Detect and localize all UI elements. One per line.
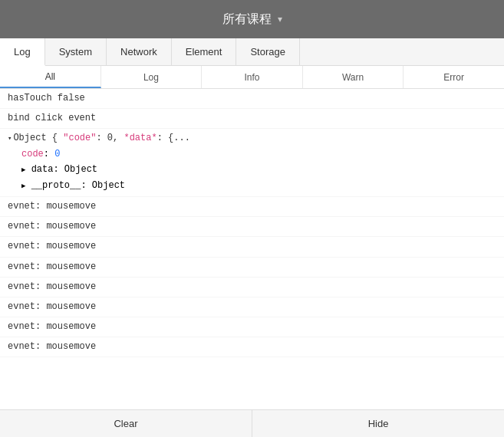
bottom-bar: Clear Hide — [0, 409, 504, 437]
filter-info[interactable]: Info — [202, 66, 303, 88]
mousemove-line-4: evnet: mousemove — [0, 258, 504, 278]
console-area: hasTouch false bind click event ▾Object … — [0, 89, 504, 409]
object-code-prop: code: 0 — [8, 146, 496, 162]
mousemove-line-3: evnet: mousemove — [0, 237, 504, 257]
mousemove-line-8: evnet: mousemove — [0, 337, 504, 357]
filter-all[interactable]: All — [0, 66, 101, 88]
filter-error[interactable]: Error — [404, 66, 504, 88]
tab-system[interactable]: System — [45, 38, 107, 65]
tab-network[interactable]: Network — [107, 38, 172, 65]
mousemove-line-6: evnet: mousemove — [0, 297, 504, 317]
header: 所有课程 ▾ — [0, 0, 504, 38]
header-title: 所有课程 — [222, 12, 272, 28]
triangle-right-icon-2[interactable]: ▶ — [21, 182, 25, 190]
clear-button[interactable]: Clear — [0, 410, 252, 437]
console-object-block: ▾Object { "code": 0, *data*: {... code: … — [0, 129, 504, 197]
filter-bar: All Log Info Warn Error — [0, 66, 504, 89]
tab-storage[interactable]: Storage — [236, 38, 300, 65]
mousemove-line-7: evnet: mousemove — [0, 317, 504, 337]
triangle-down-icon: ▾ — [8, 135, 12, 143]
mousemove-line-2: evnet: mousemove — [0, 217, 504, 237]
tab-element[interactable]: Element — [172, 38, 237, 65]
tab-bar: Log System Network Element Storage — [0, 38, 504, 66]
triangle-right-icon[interactable]: ▶ — [21, 166, 25, 174]
filter-log[interactable]: Log — [101, 66, 203, 88]
tab-log[interactable]: Log — [0, 38, 45, 66]
mousemove-line-1: evnet: mousemove — [0, 197, 504, 217]
chevron-down-icon: ▾ — [278, 14, 282, 25]
console-line-bind-click: bind click event — [0, 109, 504, 129]
mousemove-line-5: evnet: mousemove — [0, 278, 504, 297]
object-data-prop: ▶ data: Object — [8, 162, 496, 177]
hide-button[interactable]: Hide — [252, 410, 504, 437]
console-line-hastouch: hasTouch false — [0, 89, 504, 109]
object-header-line: ▾Object { "code": 0, *data*: {... — [8, 130, 496, 146]
object-proto-prop: ▶ __proto__: Object — [8, 178, 496, 193]
filter-warn[interactable]: Warn — [303, 66, 404, 88]
